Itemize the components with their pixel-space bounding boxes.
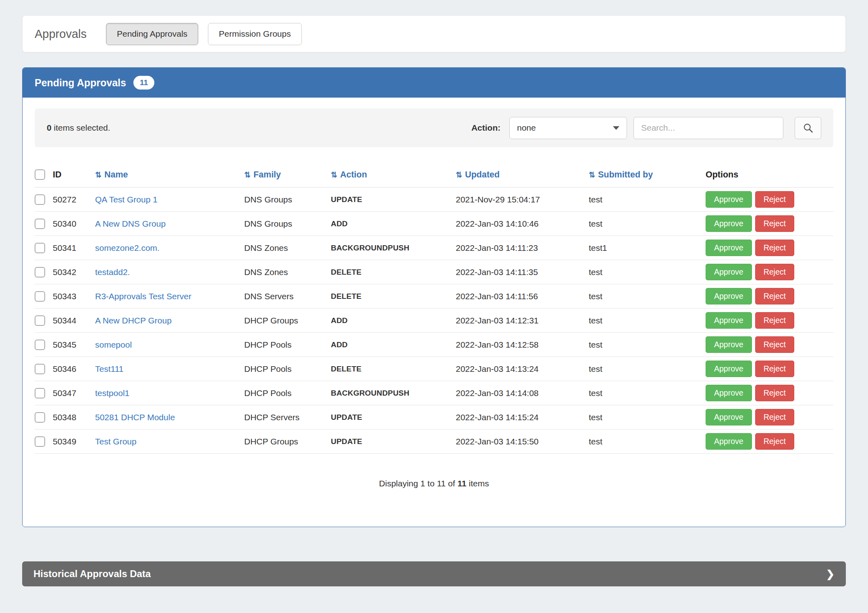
- approve-button[interactable]: Approve: [706, 264, 752, 280]
- row-checkbox[interactable]: [35, 364, 45, 374]
- approve-button[interactable]: Approve: [706, 240, 752, 256]
- row-name-link[interactable]: R3-Approvals Test Server: [95, 292, 191, 301]
- row-checkbox[interactable]: [35, 315, 45, 326]
- approve-button[interactable]: Approve: [706, 191, 752, 208]
- reject-button[interactable]: Reject: [755, 215, 794, 232]
- row-name-link[interactable]: A New DNS Group: [95, 219, 166, 228]
- row-options: ApproveReject: [706, 333, 833, 357]
- approve-button[interactable]: Approve: [706, 336, 752, 353]
- reject-button[interactable]: Reject: [755, 409, 794, 425]
- select-all-checkbox[interactable]: [35, 169, 45, 180]
- row-options: ApproveReject: [706, 212, 833, 236]
- row-checkbox[interactable]: [35, 340, 45, 350]
- reject-button[interactable]: Reject: [755, 312, 794, 329]
- approve-button[interactable]: Approve: [706, 312, 752, 329]
- row-action: DELETE: [331, 284, 456, 309]
- row-checkbox[interactable]: [35, 243, 45, 253]
- table-row: 50340 A New DNS Group DNS Groups ADD 202…: [35, 212, 833, 236]
- action-select[interactable]: none: [509, 117, 627, 139]
- col-header-updated-label: Updated: [465, 170, 500, 179]
- table-row: 50348 50281 DHCP Module DHCP Servers UPD…: [35, 405, 833, 430]
- row-checkbox[interactable]: [35, 388, 45, 398]
- row-action: BACKGROUNDPUSH: [331, 381, 456, 405]
- row-checkbox[interactable]: [35, 194, 45, 205]
- col-header-submitted-by[interactable]: ⇅Submitted by: [589, 169, 706, 188]
- approve-button[interactable]: Approve: [706, 385, 752, 401]
- row-checkbox[interactable]: [35, 436, 45, 447]
- row-check-cell: [35, 333, 53, 357]
- row-checkbox[interactable]: [35, 219, 45, 229]
- reject-button[interactable]: Reject: [755, 288, 794, 304]
- row-submitted-by: test: [589, 260, 706, 284]
- search-input[interactable]: [633, 117, 783, 139]
- row-name-link[interactable]: Test111: [95, 364, 123, 373]
- sort-icon: ⇅: [589, 171, 595, 179]
- col-header-updated[interactable]: ⇅Updated: [456, 169, 589, 188]
- row-name-cell: testpool1: [95, 381, 244, 405]
- row-name-cell: somezone2.com.: [95, 236, 244, 260]
- row-submitted-by: test: [589, 381, 706, 405]
- row-checkbox[interactable]: [35, 267, 45, 277]
- row-id: 50272: [53, 188, 95, 212]
- row-checkbox[interactable]: [35, 412, 45, 423]
- action-select-value: none: [517, 123, 536, 133]
- row-name-link[interactable]: 50281 DHCP Module: [95, 413, 175, 422]
- row-name-link[interactable]: A New DHCP Group: [95, 316, 172, 325]
- tab-permission-groups[interactable]: Permission Groups: [208, 23, 302, 45]
- table-row: 50349 Test Group DHCP Groups UPDATE 2022…: [35, 430, 833, 454]
- tab-pending-approvals[interactable]: Pending Approvals: [106, 23, 198, 45]
- search-button[interactable]: [795, 117, 821, 139]
- pagination-status: Displaying 1 to 11 of 11 items: [35, 479, 833, 488]
- approvals-table: ID ⇅Name ⇅Family ⇅Action ⇅Updated ⇅Submi…: [35, 169, 833, 454]
- pagination-status-after: items: [469, 479, 489, 488]
- row-name-link[interactable]: QA Test Group 1: [95, 195, 158, 204]
- col-header-action[interactable]: ⇅Action: [331, 169, 456, 188]
- approve-button[interactable]: Approve: [706, 288, 752, 304]
- row-options: ApproveReject: [706, 357, 833, 381]
- table-row: 50344 A New DHCP Group DHCP Groups ADD 2…: [35, 309, 833, 333]
- row-family: DNS Zones: [244, 260, 331, 284]
- row-name-link[interactable]: somepool: [95, 340, 132, 349]
- approve-button[interactable]: Approve: [706, 361, 752, 377]
- row-name-link[interactable]: testpool1: [95, 388, 129, 398]
- reject-button[interactable]: Reject: [755, 264, 794, 280]
- row-submitted-by: test: [589, 212, 706, 236]
- col-header-family[interactable]: ⇅Family: [244, 169, 331, 188]
- row-action: ADD: [331, 309, 456, 333]
- reject-button[interactable]: Reject: [755, 361, 794, 377]
- row-updated: 2022-Jan-03 14:15:24: [456, 405, 589, 430]
- approve-button[interactable]: Approve: [706, 409, 752, 425]
- table-row: 50343 R3-Approvals Test Server DNS Serve…: [35, 284, 833, 309]
- row-name-link[interactable]: testadd2.: [95, 267, 130, 277]
- row-name-link[interactable]: somezone2.com.: [95, 243, 160, 252]
- table-row: 50346 Test111 DHCP Pools DELETE 2022-Jan…: [35, 357, 833, 381]
- pagination-total: 11: [457, 479, 466, 488]
- reject-button[interactable]: Reject: [755, 191, 794, 208]
- reject-button[interactable]: Reject: [755, 336, 794, 353]
- row-check-cell: [35, 405, 53, 430]
- row-updated: 2022-Jan-03 14:12:31: [456, 309, 589, 333]
- approve-button[interactable]: Approve: [706, 215, 752, 232]
- reject-button[interactable]: Reject: [755, 433, 794, 450]
- panel-title: Pending Approvals: [35, 77, 126, 89]
- historical-approvals-bar[interactable]: Historical Approvals Data ❯: [22, 561, 846, 586]
- row-options: ApproveReject: [706, 260, 833, 284]
- row-id: 50340: [53, 212, 95, 236]
- row-options: ApproveReject: [706, 381, 833, 405]
- caret-down-icon: [613, 126, 619, 130]
- reject-button[interactable]: Reject: [755, 385, 794, 401]
- row-check-cell: [35, 357, 53, 381]
- row-check-cell: [35, 381, 53, 405]
- row-action: BACKGROUNDPUSH: [331, 236, 456, 260]
- reject-button[interactable]: Reject: [755, 240, 794, 256]
- row-options: ApproveReject: [706, 405, 833, 430]
- row-checkbox[interactable]: [35, 291, 45, 302]
- table-row: 50345 somepool DHCP Pools ADD 2022-Jan-0…: [35, 333, 833, 357]
- panel-body: 0 items selected. Action: none: [23, 98, 845, 527]
- row-family: DNS Servers: [244, 284, 331, 309]
- approve-button[interactable]: Approve: [706, 433, 752, 450]
- row-name-link[interactable]: Test Group: [95, 437, 137, 446]
- row-options: ApproveReject: [706, 188, 833, 212]
- sort-icon: ⇅: [456, 171, 462, 179]
- col-header-name[interactable]: ⇅Name: [95, 169, 244, 188]
